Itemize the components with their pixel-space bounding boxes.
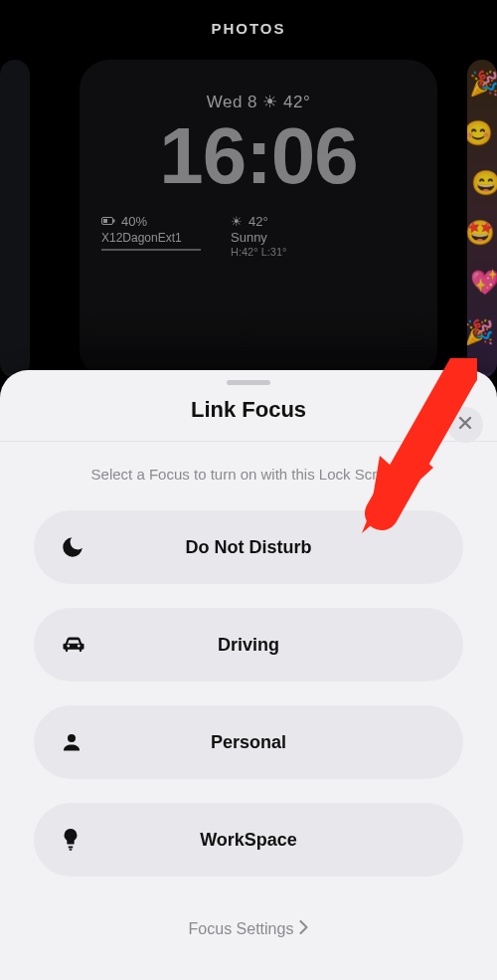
sheet-subtitle: Select a Focus to turn on with this Lock…: [24, 466, 473, 483]
sun-icon: ☀: [231, 214, 243, 229]
weather-widget: ☀ 42° Sunny H:42° L:31°: [231, 214, 287, 258]
sheet-body: Select a Focus to turn on with this Lock…: [0, 442, 497, 938]
focus-item-label: Personal: [60, 732, 437, 753]
wallpaper-gallery-background: PHOTOS Wed 8 ☀ 42° 16:06 40% X12DagonExt…: [0, 0, 497, 373]
battery-widget: 40% X12DagonExt1: [101, 214, 201, 258]
focus-settings-link[interactable]: Focus Settings: [24, 920, 473, 938]
wallpaper-preview-next[interactable]: 🎉 😊 😄 🤩 💖 🎉: [467, 60, 497, 378]
battery-icon: [101, 214, 115, 229]
lock-widgets-row: 40% X12DagonExt1 ☀ 42° Sunny H:42° L:31°: [80, 196, 437, 258]
screen: PHOTOS Wed 8 ☀ 42° 16:06 40% X12DagonExt…: [0, 0, 497, 980]
wallpaper-preview-strip[interactable]: Wed 8 ☀ 42° 16:06 40% X12DagonExt1: [0, 60, 497, 378]
focus-item-driving[interactable]: Driving: [34, 608, 463, 682]
weather-temp: 42°: [248, 214, 268, 229]
network-label: X12DagonExt1: [101, 231, 201, 245]
wallpaper-photo-fade: [80, 308, 437, 378]
close-icon: [457, 415, 473, 435]
lock-time: 16:06: [80, 116, 437, 196]
focus-list: Do Not Disturb Driving Personal: [24, 510, 473, 877]
focus-item-label: WorkSpace: [60, 830, 437, 851]
close-button[interactable]: [447, 407, 483, 443]
focus-item-label: Driving: [60, 635, 437, 656]
svg-rect-1: [113, 220, 115, 223]
focus-item-workspace[interactable]: WorkSpace: [34, 803, 463, 877]
chevron-right-icon: [299, 920, 308, 938]
widget-underline: [101, 249, 201, 251]
weather-hilo: H:42° L:31°: [231, 246, 287, 258]
weather-condition: Sunny: [231, 230, 287, 245]
sheet-title: Link Focus: [0, 397, 497, 423]
svg-rect-2: [103, 219, 107, 223]
lock-date-line: Wed 8 ☀ 42°: [80, 60, 437, 112]
wallpaper-preview-current[interactable]: Wed 8 ☀ 42° 16:06 40% X12DagonExt1: [80, 60, 437, 378]
battery-percent: 40%: [121, 214, 147, 229]
gallery-header-title: PHOTOS: [0, 0, 497, 37]
sheet-header: Link Focus: [0, 385, 497, 442]
focus-item-label: Do Not Disturb: [60, 537, 437, 558]
link-focus-sheet: Link Focus Select a Focus to turn on wit…: [0, 370, 497, 980]
focus-item-personal[interactable]: Personal: [34, 705, 463, 779]
focus-settings-label: Focus Settings: [189, 920, 294, 938]
focus-item-do-not-disturb[interactable]: Do Not Disturb: [34, 510, 463, 584]
wallpaper-preview-prev[interactable]: [0, 60, 30, 378]
